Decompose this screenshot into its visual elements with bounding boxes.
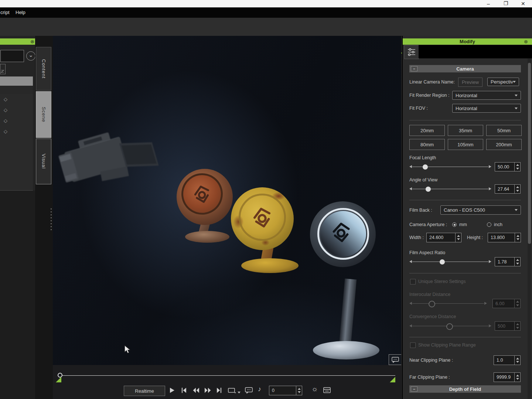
menu-item-script[interactable]: cript	[0, 10, 10, 15]
far-clipping-field[interactable]: 9999.9	[494, 372, 521, 382]
focal-length-label: Focal Length	[409, 155, 436, 160]
camera-aperture-label: Camera Aperture :	[409, 222, 447, 227]
timeline-track[interactable]	[58, 375, 395, 376]
frame-spinner[interactable]	[296, 386, 302, 395]
collapse-minus-icon[interactable]: –	[411, 66, 417, 71]
loop-mode-button[interactable]	[228, 388, 236, 393]
panel-close-icon[interactable]: ⊗	[30, 39, 34, 44]
camera-name-dropdown[interactable]: Perspective	[487, 78, 519, 86]
camera-preview-button[interactable]: Preview	[458, 78, 482, 87]
close-button-icon[interactable]: ✕	[521, 1, 525, 7]
asset-search-input[interactable]	[0, 50, 24, 62]
near-clipping-field[interactable]: 1.0	[494, 355, 521, 365]
focal-50mm-button[interactable]: 50mm	[486, 125, 522, 136]
tab-visual[interactable]: Visual	[36, 139, 51, 184]
asset-row[interactable]: ◇	[0, 115, 33, 126]
linear-camera-label: Linear Camera Name:	[409, 79, 455, 85]
aperture-mm-radio[interactable]	[452, 222, 457, 227]
focal-35mm-button[interactable]: 35mm	[448, 125, 483, 136]
goto-start-button[interactable]	[181, 387, 187, 393]
timeline-end-marker[interactable]	[390, 377, 395, 382]
focal-20mm-button[interactable]: 20mm	[409, 125, 445, 136]
asset-row[interactable]: ◇	[0, 94, 33, 105]
modify-scrollbar-thumb[interactable]	[528, 63, 531, 244]
goto-end-button[interactable]	[216, 387, 222, 393]
asset-row[interactable]	[0, 180, 33, 191]
expand-chevron-icon[interactable]: ⌄	[26, 51, 35, 61]
selected-asset-row[interactable]	[0, 76, 33, 86]
fit-fov-dropdown[interactable]: Horizontal	[452, 104, 521, 113]
properties-tab[interactable]	[404, 45, 419, 59]
menu-bar: cript Help	[0, 7, 532, 18]
far-clipping-label: Far Clipping Plane :	[409, 375, 450, 380]
asset-diamond-icon: ◇	[4, 129, 7, 134]
modify-panel-header[interactable]: Modify ⊗	[403, 38, 532, 45]
angle-of-view-field[interactable]: 27.64	[495, 184, 521, 194]
divider	[409, 200, 521, 200]
asset-row[interactable]	[0, 169, 33, 180]
interocular-knob	[429, 301, 435, 307]
camera-3d-model[interactable]	[55, 120, 161, 205]
modify-close-icon[interactable]: ⊗	[524, 39, 528, 44]
transport-list-icon[interactable]	[323, 387, 331, 393]
material-ball-yellow[interactable]	[226, 187, 304, 278]
focal-length-knob[interactable]	[423, 164, 428, 170]
asset-panel-header: ⊗	[0, 38, 35, 45]
asset-row[interactable]	[0, 137, 33, 148]
3d-viewport[interactable]	[53, 36, 401, 365]
film-back-dropdown[interactable]: Canon - EOS C500	[440, 205, 521, 215]
unique-stereo-checkbox[interactable]	[410, 279, 416, 284]
depth-of-field-section-header[interactable]: – Depth of Field	[409, 385, 521, 393]
restore-button-icon[interactable]: ❐	[504, 0, 508, 6]
film-aspect-field[interactable]: 1.78	[495, 257, 521, 266]
show-clipping-checkbox[interactable]	[410, 342, 416, 348]
focal-200mm-button[interactable]: 200mm	[486, 139, 522, 150]
minimize-button-icon[interactable]: –	[487, 1, 490, 7]
asset-row[interactable]	[0, 158, 33, 169]
step-back-button[interactable]	[192, 387, 200, 393]
small-tool-button[interactable]	[0, 64, 6, 74]
tab-filler	[419, 45, 532, 58]
convergence-field: 500	[495, 321, 521, 331]
comment-button[interactable]	[245, 387, 253, 393]
divider	[409, 337, 521, 337]
modify-scrollbar-track[interactable]	[528, 58, 531, 399]
splitter-drag-handle[interactable]	[51, 207, 52, 232]
tab-content[interactable]: Content	[36, 47, 51, 91]
fit-render-region-dropdown[interactable]: Horizontal	[452, 91, 521, 100]
asset-row[interactable]: ◇	[0, 126, 33, 137]
audio-note-icon[interactable]: ♪	[258, 385, 261, 393]
angle-of-view-knob[interactable]	[426, 187, 431, 192]
comment-bubble-icon	[392, 357, 399, 363]
aperture-inch-radio[interactable]	[487, 222, 491, 227]
step-forward-button[interactable]	[204, 387, 211, 393]
tab-scene[interactable]: Scene	[36, 91, 51, 138]
timeline-playhead[interactable]	[58, 373, 62, 378]
aperture-inch-label: inch	[494, 222, 502, 227]
width-field[interactable]: 24.600	[426, 233, 461, 242]
focal-length-field[interactable]: 50.00	[495, 162, 521, 171]
camera-section-header[interactable]: – Camera	[409, 65, 521, 72]
menu-item-help[interactable]: Help	[16, 10, 25, 15]
film-aspect-knob[interactable]	[440, 259, 445, 265]
play-button[interactable]	[169, 387, 175, 393]
transport-settings-icon[interactable]: ☼	[311, 385, 318, 393]
collapse-minus-icon[interactable]: –	[411, 386, 417, 392]
focal-80mm-button[interactable]: 80mm	[409, 139, 445, 150]
focal-length-slider[interactable]	[409, 164, 491, 170]
fit-fov-label: Fit FOV :	[409, 106, 428, 111]
unique-stereo-label: Unique Stereo Settings	[418, 279, 466, 284]
realtime-button[interactable]: Realtime	[124, 386, 165, 396]
film-aspect-slider[interactable]	[409, 259, 491, 265]
height-field[interactable]: 13.800	[488, 233, 521, 242]
material-ball-chrome[interactable]	[305, 201, 388, 365]
timeline-start-marker[interactable]	[56, 377, 61, 382]
angle-of-view-slider[interactable]	[409, 186, 491, 192]
frame-number-field[interactable]: 0	[269, 386, 302, 395]
viewport-comment-button[interactable]	[389, 354, 401, 365]
focal-105mm-button[interactable]: 105mm	[448, 139, 483, 150]
loop-mode-caret-icon[interactable]	[238, 392, 241, 393]
convergence-knob	[446, 323, 453, 330]
asset-row[interactable]: ◇	[0, 105, 33, 116]
asset-row[interactable]	[0, 147, 33, 158]
